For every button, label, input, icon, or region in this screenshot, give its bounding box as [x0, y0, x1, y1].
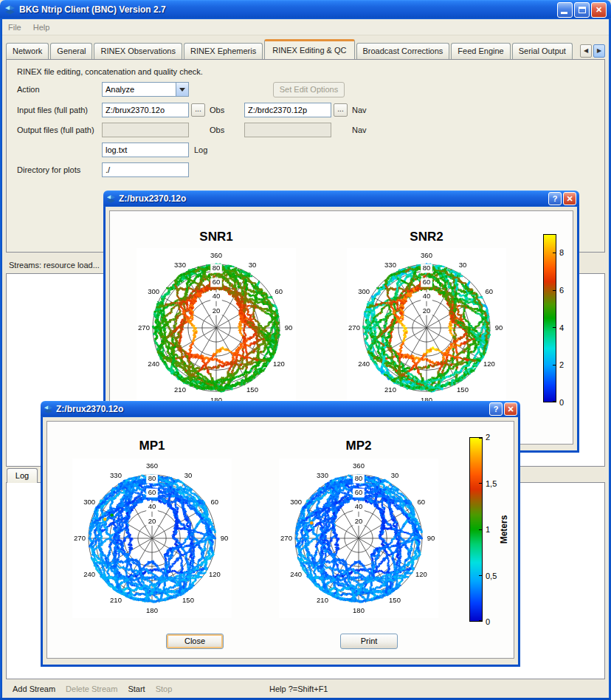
snr2-skyplot	[347, 248, 506, 408]
help-shortcut-text: Help ?=Shift+F1	[269, 684, 328, 693]
input-files-label: Input files (full path)	[17, 106, 88, 114]
obs-output-suffix: Obs	[210, 126, 224, 134]
nav-input-suffix: Nav	[352, 106, 367, 114]
tab-rinex-ephemeris[interactable]: RINEX Ephemeris	[184, 43, 263, 59]
minimize-icon	[561, 12, 567, 14]
close-icon: ✕	[507, 405, 514, 414]
output-files-label: Output files (full path)	[17, 126, 94, 134]
main-titlebar[interactable]: BKG Ntrip Client (BNC) Version 2.7 ✕	[0, 0, 611, 19]
tab-scroll-left-button[interactable]: ◀	[580, 44, 592, 58]
close-button[interactable]: ✕	[591, 2, 607, 18]
nav-output-suffix: Nav	[352, 126, 367, 134]
mp2-plot-title: MP2	[314, 439, 403, 453]
maximize-button[interactable]	[574, 2, 590, 18]
mp-dialog-close-action-button[interactable]: Close	[166, 634, 224, 649]
delete-stream-button: Delete Stream	[66, 684, 117, 693]
mp-dialog-print-button[interactable]: Print	[340, 634, 398, 649]
input-obs-field[interactable]	[102, 103, 189, 117]
output-obs-field	[102, 123, 189, 137]
chevron-left-icon: ◀	[584, 47, 588, 54]
snr1-skyplot	[137, 248, 296, 408]
start-button[interactable]: Start	[128, 684, 145, 693]
obs-input-suffix: Obs	[210, 106, 224, 114]
minimize-button[interactable]	[557, 2, 573, 18]
set-edit-options-button: Set Edit Options	[273, 82, 345, 97]
snr-dialog-help-button[interactable]: ?	[548, 192, 562, 205]
colorbar-tick-label: 4	[559, 323, 564, 332]
mp1-skyplot	[72, 459, 232, 618]
tab-feed-engine[interactable]: Feed Engine	[451, 43, 510, 59]
tab-rinex-editing-qc[interactable]: RINEX Editing & QC	[264, 39, 354, 59]
mp-dialog-title: Z:/brux2370.12o	[56, 404, 488, 414]
main-window: BKG Ntrip Client (BNC) Version 2.7 ✕ Fil…	[0, 0, 611, 700]
tab-general[interactable]: General	[50, 43, 92, 59]
tab-broadcast-corrections[interactable]: Broadcast Corrections	[356, 43, 450, 59]
menu-help[interactable]: Help	[27, 21, 56, 34]
plots-dir-field[interactable]	[102, 162, 189, 177]
snr-dialog-title: Z:/brux2370.12o	[119, 193, 547, 204]
colorbar-tick-label: 2	[486, 433, 490, 442]
colorbar-tick-label: 0,5	[486, 572, 497, 580]
plots-dir-label: Directory for plots	[17, 165, 80, 174]
close-icon: ✕	[566, 194, 573, 204]
colorbar-tick-label: 2	[559, 360, 564, 369]
output-nav-field	[244, 123, 331, 137]
tab-scroll-right-button[interactable]: ▶	[593, 44, 605, 58]
window-title: BKG Ntrip Client (BNC) Version 2.7	[19, 4, 556, 15]
window-border-left	[0, 19, 2, 700]
colorbar-tick-label: 1	[486, 525, 490, 534]
action-label: Action	[17, 85, 40, 94]
help-icon: ?	[553, 194, 558, 203]
tab-network[interactable]: Network	[6, 43, 49, 59]
colorbar-tick-label: 8	[559, 248, 564, 257]
mp-plot-dialog: Z:/brux2370.12o ? ✕ MP1 MP2 00,511,52 Me…	[41, 401, 520, 667]
mp-dialog-body: MP1 MP2 00,511,52 Meters Close Print	[41, 417, 520, 667]
colorbar-tick-label: 1,5	[486, 479, 497, 488]
log-tab[interactable]: Log	[7, 468, 38, 483]
snr-colorbar	[543, 234, 556, 402]
tab-rinex-observations[interactable]: RINEX Observations	[94, 43, 182, 59]
action-value: Analyze	[106, 85, 134, 94]
colorbar-tick-label: 0	[559, 398, 564, 407]
snr2-plot-title: SNR2	[382, 230, 471, 244]
close-icon: ✕	[596, 5, 602, 15]
browse-obs-button[interactable]: ...	[191, 103, 205, 117]
browse-nav-button[interactable]: ...	[334, 103, 348, 117]
chevron-right-icon: ▶	[597, 47, 601, 54]
maximize-icon	[579, 7, 586, 13]
tabbar: Network General RINEX Observations RINEX…	[6, 38, 605, 59]
bnc-app-icon	[44, 405, 53, 414]
snr-dialog-titlebar[interactable]: Z:/brux2370.12o ? ✕	[103, 191, 579, 207]
action-combobox[interactable]: Analyze	[102, 82, 189, 97]
colorbar-tick-label: 0	[486, 617, 490, 626]
colorbar-tick-label: 6	[559, 286, 564, 295]
log-file-field[interactable]	[102, 143, 189, 157]
mp-dialog-help-button[interactable]: ?	[489, 402, 503, 416]
mp-dialog-close-button[interactable]: ✕	[504, 402, 517, 416]
dropdown-arrow-icon[interactable]	[176, 83, 188, 96]
menubar: File Help	[2, 19, 609, 35]
tab-serial-output[interactable]: Serial Output	[512, 43, 573, 59]
panel-description: RINEX file editing, concatenation and qu…	[17, 67, 203, 76]
bottom-action-bar: Add Stream Delete Stream Start Stop Help…	[2, 679, 609, 698]
snr1-plot-title: SNR1	[172, 230, 260, 244]
tab-scroll-controls: ◀ ▶	[579, 44, 605, 58]
add-stream-button[interactable]: Add Stream	[13, 684, 55, 693]
mp1-plot-title: MP1	[108, 439, 196, 453]
mp-dialog-titlebar[interactable]: Z:/brux2370.12o ? ✕	[41, 401, 520, 417]
input-nav-field[interactable]	[244, 103, 331, 117]
mp2-skyplot	[279, 459, 438, 618]
bnc-app-icon	[4, 4, 15, 16]
log-suffix: Log	[194, 145, 207, 154]
streams-status-label: Streams: resource load...	[9, 261, 100, 270]
mp-colorbar	[469, 437, 483, 622]
snr-dialog-close-button[interactable]: ✕	[563, 192, 576, 205]
stop-button: Stop	[156, 684, 173, 693]
bnc-app-icon	[106, 194, 116, 204]
help-icon: ?	[494, 405, 499, 414]
menu-file[interactable]: File	[2, 21, 27, 34]
mp-colorbar-unit-label: Meters	[499, 507, 509, 552]
